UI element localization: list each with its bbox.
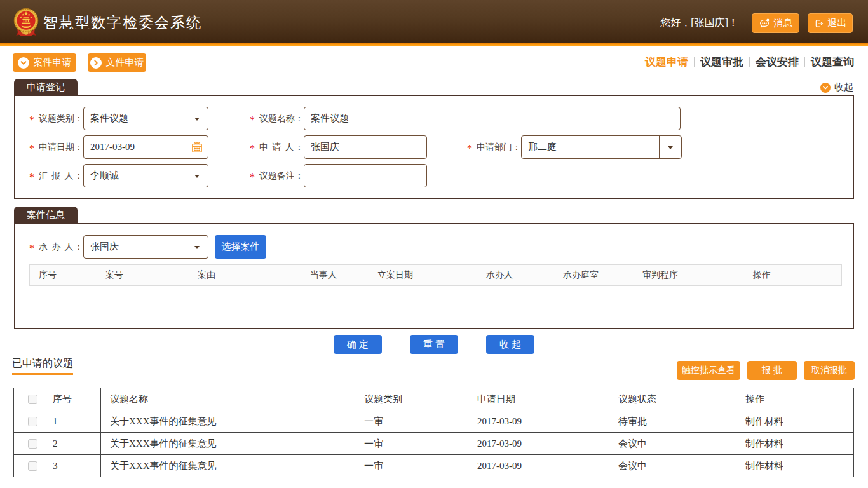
caret-down-icon [194, 118, 200, 121]
col-topic-type: 议题类别 [355, 388, 468, 410]
field-topic-note: * 议题备注： [250, 164, 427, 187]
tab-caseinfo-label: 案件信息 [27, 209, 65, 221]
message-button[interactable]: 消息 [752, 13, 799, 33]
reporter-select[interactable]: 李顺诚 [83, 164, 208, 187]
row-topic-status: 会议中 [609, 455, 736, 477]
row-topic-type: 一审 [355, 433, 468, 455]
case-table-header: 序号 案号 案由 当事人 立案日期 承办人 承办庭室 审判程序 操作 [29, 264, 842, 286]
topic-note-input[interactable] [304, 164, 427, 187]
undertaker-value: 张国庆 [84, 241, 119, 253]
reporter-value: 李顺诚 [84, 170, 119, 182]
apply-dept-select[interactable]: 邢二庭 [521, 135, 682, 159]
case-apply-label: 案件申请 [34, 57, 72, 69]
nav-item-topic-apply[interactable]: 议题申请 [645, 55, 688, 69]
field-topic-name: * 议题名称： 案件议题 [250, 107, 681, 130]
caret-down-icon [194, 175, 200, 178]
row-seq: 1 [53, 416, 58, 427]
field-apply-dept: * 申请部门： 邢二庭 [467, 135, 682, 159]
row-apply-date: 2017-03-09 [468, 455, 609, 477]
tab-caseinfo[interactable]: 案件信息 [14, 207, 78, 223]
topbar-right: 您好，[张国庆]！ 消息 [660, 2, 853, 44]
applicant-input[interactable]: 张国庆 [304, 135, 427, 159]
table-row: 3 关于XXX事件的征集意见 一审 2017-03-09 会议中 制作材料 [14, 455, 854, 477]
nav-item-meeting-arrange[interactable]: 会议安排 [756, 55, 799, 69]
case-col-undertaker: 承办人 [486, 265, 513, 285]
row-checkbox[interactable] [28, 439, 37, 449]
message-button-label: 消息 [774, 17, 793, 29]
select-caret-box[interactable] [186, 236, 208, 258]
required-asterisk: * [29, 143, 39, 154]
select-caret-box[interactable] [186, 165, 208, 187]
confirm-button[interactable]: 确 定 [334, 335, 382, 354]
select-all-checkbox[interactable] [28, 395, 37, 404]
topic-name-value: 案件议题 [304, 112, 349, 125]
caret-down-icon [668, 146, 673, 149]
row-checkbox[interactable] [28, 461, 37, 471]
row-topic-type: 一审 [355, 410, 468, 433]
required-asterisk: * [29, 243, 39, 254]
nav-item-topic-query[interactable]: 议题查询 [811, 55, 854, 69]
nav-separator [804, 57, 805, 67]
field-undertaker-label: 承 办 人： [39, 241, 83, 253]
select-caret-box[interactable] [659, 136, 681, 158]
required-asterisk: * [250, 114, 259, 126]
touch-view-button[interactable]: 触控批示查看 [677, 361, 740, 380]
required-asterisk: * [29, 114, 39, 126]
submit-approve-button[interactable]: 报 批 [747, 361, 797, 380]
row-apply-date: 2017-03-09 [468, 433, 609, 455]
file-apply-button[interactable]: 文件申请 [88, 53, 146, 72]
topic-type-select[interactable]: 案件议题 [83, 107, 208, 130]
applied-topics-title: 已申请的议题 [12, 357, 73, 375]
case-col-seq: 序号 [39, 265, 57, 285]
applied-topics-table: 序号 议题名称 议题类别 申请日期 议题状态 操作 1 关于XXX事件的征集意见… [13, 388, 854, 477]
nav-separator [749, 57, 750, 67]
row-checkbox[interactable] [28, 417, 37, 426]
chat-bubble-icon [759, 18, 770, 29]
tab-register[interactable]: 申请登记 [14, 79, 78, 95]
app-title: 智慧型数字检委会系统 [43, 1, 202, 44]
row-topic-name: 关于XXX事件的征集意见 [101, 455, 355, 477]
field-applicant: * 申 请 人： 张国庆 [250, 135, 427, 159]
required-asterisk: * [467, 143, 477, 154]
col-seq: 序号 [53, 393, 72, 405]
cancel-approve-button[interactable]: 取消报批 [804, 361, 855, 380]
select-caret-box[interactable] [186, 107, 208, 130]
accent-bar [0, 43, 868, 46]
case-col-cause: 案由 [198, 265, 215, 285]
row-action-link[interactable]: 制作材料 [736, 410, 854, 433]
nav-item-topic-approve[interactable]: 议题审批 [700, 55, 743, 69]
case-apply-button[interactable]: 案件申请 [13, 53, 76, 72]
col-topic-name: 议题名称 [101, 388, 355, 410]
undertaker-select[interactable]: 张国庆 [83, 235, 208, 259]
row-action-link[interactable]: 制作材料 [736, 455, 854, 477]
col-apply-date: 申请日期 [468, 388, 609, 410]
row-seq: 2 [53, 438, 58, 449]
apply-date-input[interactable]: 2017-03-09 [83, 135, 208, 159]
case-col-court: 承办庭室 [563, 265, 599, 285]
col-action: 操作 [736, 388, 854, 410]
calendar-icon [191, 141, 203, 154]
national-emblem-logo [12, 7, 40, 36]
form-actions: 确 定 重 置 收 起 [14, 335, 854, 354]
table-row: 1 关于XXX事件的征集意见 一审 2017-03-09 待审批 制作材料 [14, 410, 854, 433]
logout-button[interactable]: 退出 [808, 13, 853, 33]
row-topic-status: 会议中 [609, 433, 736, 455]
field-apply-date-label: 申请日期： [39, 142, 83, 153]
date-picker-button[interactable] [186, 136, 208, 158]
apply-date-value: 2017-03-09 [84, 142, 135, 152]
tab-register-label: 申请登记 [27, 81, 65, 93]
row-action-link[interactable]: 制作材料 [736, 433, 854, 455]
page: 智慧型数字检委会系统 您好，[张国庆]！ 消息 [0, 0, 868, 488]
topic-name-input[interactable]: 案件议题 [304, 107, 681, 130]
collapse-toggle[interactable]: 收起 [820, 81, 853, 93]
collapse-button[interactable]: 收 起 [486, 335, 534, 354]
row-topic-name: 关于XXX事件的征集意见 [101, 433, 355, 455]
chevron-down-circle-icon [18, 57, 29, 69]
row-seq: 3 [53, 461, 58, 471]
row-topic-type: 一审 [355, 455, 468, 477]
reset-button[interactable]: 重 置 [410, 335, 458, 354]
select-case-button[interactable]: 选择案件 [215, 235, 266, 259]
field-apply-date: * 申请日期： 2017-03-09 [29, 135, 208, 159]
table-row: 2 关于XXX事件的征集意见 一审 2017-03-09 会议中 制作材料 [14, 433, 854, 455]
nav-separator [694, 57, 695, 67]
